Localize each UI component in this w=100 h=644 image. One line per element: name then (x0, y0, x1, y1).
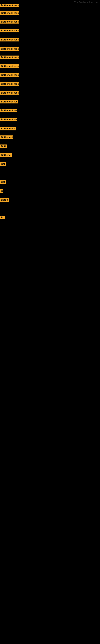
bottleneck-badge-10[interactable]: Bottleneck result (0, 82, 19, 86)
bottleneck-badge-container-18: Bottlene (0, 153, 12, 158)
bottleneck-badge-22[interactable]: Bottle (0, 198, 9, 202)
bottleneck-badge-17[interactable]: Bottl (0, 144, 7, 148)
bottleneck-badge-23[interactable]: Bo (0, 216, 5, 219)
bottleneck-badge-container-17: Bottl (0, 144, 9, 149)
bottleneck-badge-container-8: Bottleneck result (0, 64, 19, 69)
bottleneck-badge-container-19: Bot (0, 162, 6, 167)
bottleneck-badge-15[interactable]: Bottleneck re (0, 127, 16, 130)
bottleneck-badge-container-10: Bottleneck result (0, 82, 19, 86)
bottleneck-badge-18[interactable]: Bottlene (0, 153, 12, 157)
bottleneck-badge-container-20: Bot (0, 180, 6, 184)
bottleneck-badge-3[interactable]: Bottleneck result (0, 20, 19, 24)
bottleneck-badge-container-14: Bottleneck res (0, 118, 17, 122)
bottleneck-badge-11[interactable]: Bottleneck result (0, 91, 19, 94)
bottleneck-badge-7[interactable]: Bottleneck result (0, 56, 19, 59)
bottleneck-badge-5[interactable]: Bottleneck result (0, 38, 19, 42)
bottleneck-badge-container-5: Bottleneck result (0, 38, 19, 42)
bottleneck-badge-20[interactable]: Bot (0, 180, 6, 184)
bottleneck-badge-16[interactable]: Bottleneck (0, 136, 13, 139)
bottleneck-badge-container-4: Bottleneck result (0, 29, 19, 33)
bottleneck-badge-4[interactable]: Bottleneck result (0, 29, 19, 32)
bottleneck-badge-8[interactable]: Bottleneck result (0, 64, 19, 68)
bottleneck-badge-1[interactable]: Bottleneck result (0, 4, 19, 7)
bottleneck-badge-container-3: Bottleneck result (0, 20, 19, 24)
bottleneck-badge-13[interactable]: Bottleneck res (0, 109, 17, 112)
bottleneck-badge-container-23: Bo (0, 216, 5, 220)
bottleneck-badge-21[interactable]: B (0, 189, 3, 193)
bottleneck-badge-container-12: Bottleneck resu (0, 100, 18, 104)
bottleneck-badge-container-6: Bottleneck result (0, 47, 19, 52)
bottleneck-badge-container-7: Bottleneck result (0, 56, 19, 60)
bottleneck-badge-12[interactable]: Bottleneck resu (0, 100, 18, 104)
bottleneck-badge-container-1: Bottleneck result (0, 4, 19, 8)
bottleneck-badge-container-13: Bottleneck res (0, 109, 17, 113)
bottleneck-badge-container-9: Bottleneck result (0, 73, 19, 78)
bottleneck-badge-container-2: Bottleneck result (0, 11, 19, 16)
bottleneck-badge-container-21: B (0, 189, 3, 194)
bottleneck-badge-19[interactable]: Bot (0, 162, 6, 166)
bottleneck-badge-14[interactable]: Bottleneck res (0, 118, 17, 121)
bottleneck-badge-container-15: Bottleneck re (0, 127, 16, 131)
bottleneck-badge-container-11: Bottleneck result (0, 91, 19, 96)
bottleneck-badge-2[interactable]: Bottleneck result (0, 11, 19, 15)
bottleneck-badge-9[interactable]: Bottleneck result (0, 73, 19, 77)
bottleneck-badge-container-22: Bottle (0, 198, 9, 202)
bottleneck-badge-container-16: Bottleneck (0, 136, 13, 140)
bottleneck-badge-6[interactable]: Bottleneck result (0, 47, 19, 51)
